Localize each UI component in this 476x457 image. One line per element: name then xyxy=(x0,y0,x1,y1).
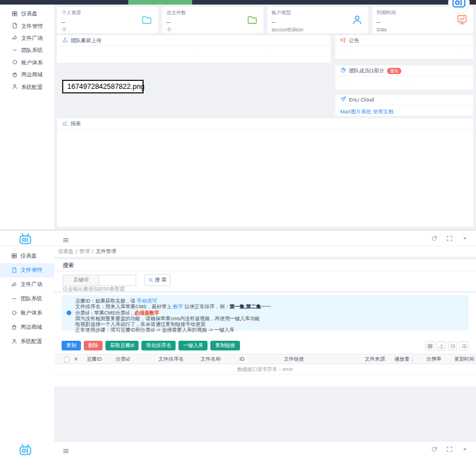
folder-icon xyxy=(247,14,258,27)
column-header-label: 文件名称 xyxy=(201,354,221,364)
table-card: 豆瓣ID：如果获取失败，请 手动填写文件排序名：用来入库苹果CMS，最好带上 数… xyxy=(54,293,476,386)
breadcrumb-item[interactable]: 仪表盘 xyxy=(58,248,74,255)
action-button[interactable]: 获取豆瓣id xyxy=(105,341,139,350)
app-logo-icon[interactable] xyxy=(19,443,32,457)
caret-down-icon[interactable] xyxy=(462,235,468,242)
sidebar-item-mall[interactable]: 周边商城 xyxy=(0,69,54,81)
grid-icon[interactable] xyxy=(425,341,434,350)
search-card-title: 搜索 xyxy=(54,259,476,271)
placeholder-dash: - xyxy=(343,51,345,56)
collapse-sidebar-button[interactable] xyxy=(63,446,69,456)
circleinfo-icon[interactable] xyxy=(459,341,469,350)
panel-title: 公告 xyxy=(335,35,473,46)
breadcrumb-item[interactable]: 文件管理 xyxy=(96,248,116,255)
dashboard-icon xyxy=(11,253,17,260)
panel-title: EnLi Cloud xyxy=(335,95,473,105)
file-icon xyxy=(12,23,18,30)
sidebar-item-label: 文件广场 xyxy=(21,35,43,42)
column-header[interactable]: 文件来源 xyxy=(365,354,385,364)
select-all-checkbox[interactable] xyxy=(64,357,70,362)
refresh-icon[interactable] xyxy=(431,446,437,452)
sidebar-item-config[interactable]: 系统配置 xyxy=(0,81,54,93)
top-loading-bar xyxy=(0,0,476,5)
sidebar-item-dashboard[interactable]: 仪表盘 xyxy=(0,8,54,20)
panel-report: 报表 xyxy=(57,119,473,227)
alert-line: 正常使用步骤：填写豆瓣ID和分类id -> 选择需要入库的视频 -> 一键入库 xyxy=(75,327,463,333)
keyword-input[interactable] xyxy=(99,275,136,286)
stat-unit: Date xyxy=(377,27,469,32)
sidebar-item-share[interactable]: 文件广场 xyxy=(0,32,54,44)
export-icon[interactable] xyxy=(437,341,446,350)
sidebar-item-config[interactable]: 系统配置 xyxy=(0,334,54,349)
caret-down-icon[interactable] xyxy=(462,446,468,452)
action-button[interactable]: 复制链接 xyxy=(210,341,239,350)
column-header[interactable]: 更新时间 xyxy=(454,354,474,364)
sidebar-item-team[interactable]: 团队系统 xyxy=(0,44,54,56)
sidebar-item-dashboard[interactable]: 仪表盘 xyxy=(0,249,54,263)
sort-icon[interactable] xyxy=(410,357,414,362)
refresh-icon[interactable] xyxy=(431,235,437,242)
mall-icon xyxy=(11,324,17,331)
sidebar-item-label: 团队系统 xyxy=(21,47,43,54)
action-button[interactable]: 简化排序名 xyxy=(141,341,176,350)
column-header[interactable]: 分辨率 xyxy=(426,354,441,364)
search-card: 搜索 关键词 搜 索 仅会输出最相似的50条数据 xyxy=(54,259,476,291)
column-header[interactable]: 分类id xyxy=(116,354,129,364)
column-header-label: ID xyxy=(239,354,245,364)
sidebar-item-label: 仪表盘 xyxy=(21,10,38,18)
circleminus-icon[interactable] xyxy=(448,341,457,350)
stat-card: 账户类型–accountEdition xyxy=(267,7,368,33)
app-logo-icon[interactable] xyxy=(19,232,32,248)
person-icon xyxy=(352,14,363,27)
column-header[interactable]: 播放量 xyxy=(394,354,414,364)
fullscreen-icon[interactable] xyxy=(446,446,453,452)
docs-link[interactable]: MaX图片系统 使用文档 xyxy=(335,105,473,119)
upload-icon xyxy=(62,37,68,44)
panel-title-text: EnLi Cloud xyxy=(349,97,374,103)
sidebar-item-label: 账户体系 xyxy=(21,59,43,67)
sidebar-item-file[interactable]: 文件管理 xyxy=(0,263,54,278)
search-button[interactable]: 搜 索 xyxy=(144,274,170,286)
delete-button[interactable]: 删除 xyxy=(84,341,103,350)
sidebar-item-account[interactable]: 账户体系 xyxy=(0,306,54,320)
header-actions xyxy=(431,235,468,242)
placeholder-dash: - xyxy=(462,51,463,56)
stat-card: 总文件数–个 xyxy=(162,7,263,33)
sidebar-item-label: 文件管理 xyxy=(21,267,42,274)
sidebar-item-mall[interactable]: 周边商城 xyxy=(0,320,54,334)
panel-enli-cloud: EnLi Cloud MaX图片系统 使用文档 xyxy=(335,95,473,116)
copy-button[interactable]: 复制 xyxy=(62,341,81,350)
alert-highlight[interactable]: 数字 xyxy=(173,304,184,309)
column-header[interactable]: 文件名称 xyxy=(201,354,221,364)
column-header-label: 播放量 xyxy=(394,354,409,364)
column-header[interactable]: 文件链接 xyxy=(284,354,304,364)
sidebar-item-label: 团队系统 xyxy=(21,295,42,303)
breadcrumb-item[interactable]: 管理 xyxy=(80,248,90,255)
column-header[interactable]: ID xyxy=(239,354,245,364)
stat-card: 个人资源–个 xyxy=(57,7,158,33)
search-form: 关键词 搜 索 xyxy=(63,274,170,286)
sidebar-item-file[interactable]: 文件管理 xyxy=(0,20,54,32)
sidebar-item-label: 文件广场 xyxy=(21,281,42,288)
panel-title: 报表 xyxy=(57,119,473,129)
column-header[interactable]: 文件排序名 xyxy=(158,354,184,364)
collapse-sidebar-button[interactable] xyxy=(63,235,69,246)
sidebar-item-share[interactable]: 文件广场 xyxy=(0,278,54,292)
panel-title-text: 公告 xyxy=(349,37,359,44)
column-header[interactable]: # xyxy=(75,354,78,364)
exit-badge[interactable]: 退出 xyxy=(387,68,401,74)
fullscreen-icon[interactable] xyxy=(446,235,453,242)
breadcrumb-separator: / xyxy=(92,249,94,255)
sidebar-item-team[interactable]: 团队系统 xyxy=(0,292,54,306)
alert-highlight[interactable]: 手动填写 xyxy=(137,298,157,304)
alert-text: 豆瓣ID：如果获取失败，请 xyxy=(75,298,137,304)
sidebar-item-label: 文件管理 xyxy=(21,23,43,30)
sidebar-item-label: 仪表盘 xyxy=(21,252,37,260)
sidebar-item-account[interactable]: 账户体系 xyxy=(0,57,54,69)
team-icon xyxy=(12,47,18,54)
stat-title: 个人资源 xyxy=(62,10,153,17)
alert-lines: 豆瓣ID：如果获取失败，请 手动填写文件排序名：用来入库苹果CMS，最好带上 数… xyxy=(75,298,463,333)
dashboard-content: 个人资源–个总文件数–个账户类型–accountEdition到期时间–Date… xyxy=(54,5,476,229)
action-button[interactable]: 一键入库 xyxy=(178,341,208,350)
column-header[interactable]: 豆瓣ID xyxy=(87,354,101,364)
